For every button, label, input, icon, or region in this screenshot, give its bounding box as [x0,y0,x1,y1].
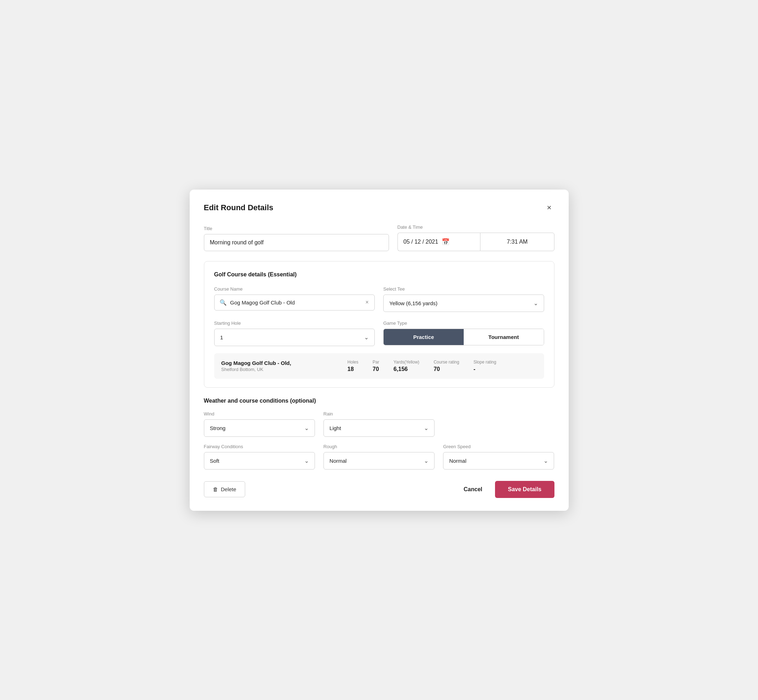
datetime-label: Date & Time [398,225,554,230]
rain-field: Rain Light ⌄ [324,411,434,437]
fairway-dropdown[interactable]: Soft ⌄ [204,452,315,470]
chevron-down-icon: ⌄ [543,458,548,464]
rough-dropdown[interactable]: Normal ⌄ [324,452,434,470]
chevron-down-icon: ⌄ [364,334,369,341]
slope-rating-label: Slope rating [473,359,496,364]
course-rating-label: Course rating [434,359,459,364]
date-value: 05 / 12 / 2021 [404,239,439,245]
wind-value: Strong [210,425,226,431]
green-speed-dropdown[interactable]: Normal ⌄ [443,452,554,470]
footer-row: 🗑 Delete Cancel Save Details [204,481,554,498]
chevron-down-icon: ⌄ [304,425,309,431]
yards-value: 6,156 [393,366,420,372]
datetime-field-group: Date & Time 05 / 12 / 2021 📅 7:31 AM [398,225,554,251]
green-speed-value: Normal [449,458,466,464]
course-name-input-wrap[interactable]: 🔍 × [214,295,375,311]
title-input[interactable] [204,234,389,251]
par-label: Par [373,359,379,364]
course-name-field: Course Name 🔍 × [214,286,375,312]
game-type-label: Game Type [383,320,544,326]
rough-label: Rough [324,444,434,449]
slope-rating-stat: Slope rating - [473,359,496,372]
course-info-card: Gog Magog Golf Club - Old, Shelford Bott… [214,353,544,379]
stats-block: Holes 18 Par 70 Yards(Yellow) 6,156 Cour… [347,359,537,372]
starting-hole-field: Starting Hole 1 ⌄ [214,320,375,346]
delete-button[interactable]: 🗑 Delete [204,481,245,497]
close-button[interactable]: × [544,202,554,213]
edit-round-modal: Edit Round Details × Title Date & Time 0… [190,189,568,511]
holes-label: Holes [347,359,359,364]
fairway-label: Fairway Conditions [204,444,315,449]
rough-value: Normal [329,458,347,464]
golf-course-section: Golf Course details (Essential) Course N… [204,261,554,388]
course-location: Shelford Bottom, UK [221,367,348,372]
footer-right: Cancel Save Details [461,481,554,498]
fairway-field: Fairway Conditions Soft ⌄ [204,444,315,470]
practice-button[interactable]: Practice [384,329,464,345]
time-value: 7:31 AM [507,239,528,245]
course-name-block: Gog Magog Golf Club - Old, Shelford Bott… [221,360,348,372]
cancel-button[interactable]: Cancel [461,481,485,497]
course-rating-stat: Course rating 70 [434,359,459,372]
hole-gametype-row: Starting Hole 1 ⌄ Game Type Practice Tou… [214,320,544,346]
date-time-group: 05 / 12 / 2021 📅 7:31 AM [398,233,554,251]
yards-label: Yards(Yellow) [393,359,420,364]
weather-section: Weather and course conditions (optional)… [204,398,554,470]
course-tee-row: Course Name 🔍 × Select Tee Yellow (6,156… [214,286,544,312]
title-label: Title [204,226,389,231]
course-name-input[interactable] [230,300,361,306]
slope-rating-value: - [473,366,496,372]
date-box[interactable]: 05 / 12 / 2021 📅 [398,233,481,251]
starting-hole-value: 1 [220,334,223,341]
search-icon: 🔍 [219,299,227,306]
delete-label: Delete [221,486,236,492]
select-tee-field: Select Tee Yellow (6,156 yards) ⌄ [383,286,544,312]
par-stat: Par 70 [373,359,379,372]
fairway-rough-green-row: Fairway Conditions Soft ⌄ Rough Normal ⌄… [204,444,554,470]
green-speed-field: Green Speed Normal ⌄ [443,444,554,470]
fairway-value: Soft [210,458,219,464]
rain-value: Light [329,425,341,431]
game-type-field: Game Type Practice Tournament [383,320,544,346]
starting-hole-label: Starting Hole [214,320,375,326]
modal-title: Edit Round Details [204,203,274,212]
chevron-down-icon: ⌄ [304,458,309,464]
holes-stat: Holes 18 [347,359,359,372]
top-row: Title Date & Time 05 / 12 / 2021 📅 7:31 … [204,225,554,251]
trash-icon: 🗑 [213,486,218,492]
time-box[interactable]: 7:31 AM [480,233,554,251]
holes-value: 18 [347,366,359,372]
wind-rain-row: Wind Strong ⌄ Rain Light ⌄ [204,411,554,437]
modal-header: Edit Round Details × [204,202,554,213]
green-speed-label: Green Speed [443,444,554,449]
rain-label: Rain [324,411,434,417]
golf-course-section-title: Golf Course details (Essential) [214,271,544,278]
wind-label: Wind [204,411,315,417]
wind-dropdown[interactable]: Strong ⌄ [204,419,315,437]
select-tee-dropdown[interactable]: Yellow (6,156 yards) ⌄ [383,295,544,312]
select-tee-label: Select Tee [383,286,544,292]
wind-field: Wind Strong ⌄ [204,411,315,437]
par-value: 70 [373,366,379,372]
course-name-main: Gog Magog Golf Club - Old, [221,360,348,366]
clear-course-button[interactable]: × [365,299,370,306]
starting-hole-dropdown[interactable]: 1 ⌄ [214,329,375,346]
yards-stat: Yards(Yellow) 6,156 [393,359,420,372]
save-button[interactable]: Save Details [495,481,554,498]
calendar-icon: 📅 [442,238,449,246]
title-field-group: Title [204,226,389,251]
weather-section-title: Weather and course conditions (optional) [204,398,554,404]
chevron-down-icon: ⌄ [424,425,429,431]
game-type-toggle: Practice Tournament [383,329,544,345]
chevron-down-icon: ⌄ [534,300,538,306]
select-tee-value: Yellow (6,156 yards) [389,300,437,306]
chevron-down-icon: ⌄ [424,458,429,464]
tournament-button[interactable]: Tournament [464,329,544,345]
rough-field: Rough Normal ⌄ [324,444,434,470]
course-rating-value: 70 [434,366,459,372]
rain-dropdown[interactable]: Light ⌄ [324,419,434,437]
course-name-label: Course Name [214,286,375,292]
